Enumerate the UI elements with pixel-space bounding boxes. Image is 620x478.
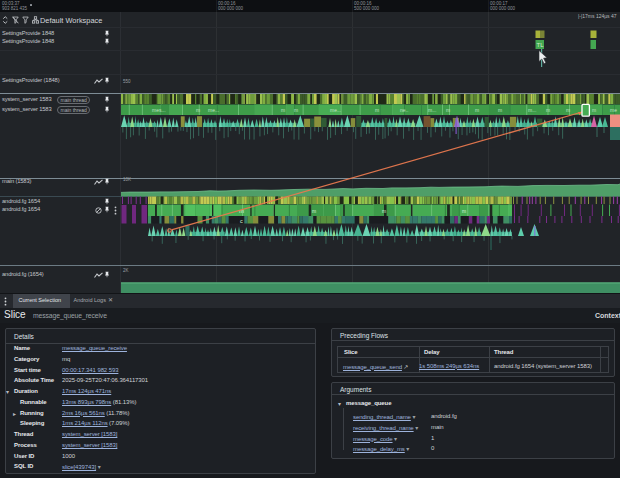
svg-text:m: m <box>281 107 285 113</box>
svg-text:m: m <box>498 107 502 113</box>
svg-text:m: m <box>375 107 379 113</box>
svg-text:m: m <box>546 107 550 113</box>
svg-text:m...: m... <box>528 107 536 113</box>
svg-text:m: m <box>592 107 596 113</box>
svg-text:me: me <box>610 107 617 113</box>
svg-text:m: m <box>446 107 450 113</box>
svg-text:c: c <box>240 218 243 224</box>
svg-text:m: m <box>462 208 466 214</box>
svg-text:TL: TL <box>537 42 545 48</box>
svg-text:m: m <box>312 208 316 214</box>
svg-text:mes...: mes... <box>152 107 166 113</box>
svg-text:m: m <box>196 107 200 113</box>
svg-text:m: m <box>294 107 298 113</box>
svg-text:m: m <box>382 208 386 214</box>
svg-text:m: m <box>566 107 570 113</box>
svg-text:ne..: ne.. <box>400 107 408 113</box>
svg-text:me...: me... <box>330 107 341 113</box>
svg-text:m: m <box>475 107 479 113</box>
svg-text:m...: m... <box>428 107 436 113</box>
svg-text:me...: me... <box>208 107 219 113</box>
